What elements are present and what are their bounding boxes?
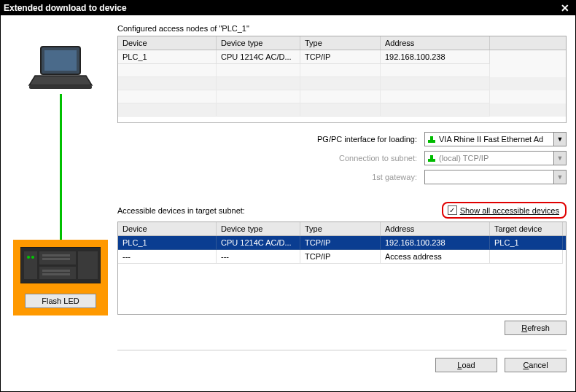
button-row: Load Cancel <box>117 350 567 372</box>
subnet-row: Connection to subnet: (local) TCP/IP ▼ <box>117 151 567 165</box>
right-column: Configured access nodes of "PLC_1" Devic… <box>112 21 567 385</box>
col-header-type: Type <box>300 36 381 50</box>
subnet-combo: (local) TCP/IP ▼ <box>424 151 567 165</box>
refresh-button[interactable]: Refresh <box>505 321 567 335</box>
table-header: Device Device type Type Address <box>118 36 566 50</box>
chevron-down-icon[interactable]: ▼ <box>553 133 566 146</box>
table-row[interactable]: PLC_1CPU 1214C AC/D...TCP/IP192.168.100.… <box>118 236 566 250</box>
titlebar: Extended download to device ✕ <box>1 1 575 15</box>
svg-rect-17 <box>430 155 433 160</box>
col-header-device: Device <box>118 222 217 235</box>
svg-rect-1 <box>44 50 77 71</box>
svg-rect-6 <box>39 267 76 279</box>
cell-type: TCP/IP <box>300 250 381 264</box>
plc-icon <box>20 247 101 283</box>
show-all-label: Show all accessible devices <box>460 206 559 215</box>
interface-value: VIA Rhine II Fast Ethernet Ad <box>439 135 553 144</box>
col-header-address: Address <box>381 36 490 50</box>
svg-rect-4 <box>24 251 37 279</box>
cell-addr: 192.168.100.238 <box>381 236 490 250</box>
col-header-target: Target device <box>490 222 563 235</box>
svg-point-13 <box>31 256 34 259</box>
laptop-icon <box>28 43 93 94</box>
cell-dtype: CPU 1214C AC/D... <box>217 236 300 250</box>
gateway-combo: ▼ <box>424 170 567 184</box>
svg-rect-2 <box>29 85 92 89</box>
device-panel: Flash LED <box>13 240 108 315</box>
cell-device: --- <box>118 250 217 264</box>
col-header-device-type: Device type <box>217 36 300 50</box>
col-header-type: Type <box>300 222 381 235</box>
highlight-box: ✓ Show all accessible devices <box>442 202 567 219</box>
network-icon <box>427 134 437 144</box>
left-column: Flash LED <box>9 21 112 385</box>
show-all-checkbox-row[interactable]: ✓ Show all accessible devices <box>448 205 559 215</box>
subnet-value: (local) TCP/IP <box>439 154 553 162</box>
gateway-row: 1st gateway: ▼ <box>117 170 567 184</box>
svg-rect-11 <box>42 273 70 275</box>
col-header-address: Address <box>381 222 490 235</box>
table-body: PLC_1 CPU 1214C AC/D... TCP/IP 192.168.1… <box>118 50 566 64</box>
cell-dtype: --- <box>217 250 300 264</box>
form-section: PG/PC interface for loading: VIA Rhine I… <box>117 132 567 184</box>
flash-led-button[interactable]: Flash LED <box>25 294 96 308</box>
interface-row: PG/PC interface for loading: VIA Rhine I… <box>117 132 567 146</box>
svg-rect-15 <box>430 136 433 141</box>
cell-address: 192.168.100.238 <box>381 50 490 64</box>
col-header-device-type: Device type <box>217 222 300 235</box>
load-button[interactable]: Load <box>435 358 497 372</box>
table-header: Device Device type Type Address Target d… <box>118 222 566 236</box>
checkbox-icon[interactable]: ✓ <box>448 205 457 215</box>
cell-type: TCP/IP <box>300 50 381 64</box>
cell-target <box>490 250 563 264</box>
cell-device: PLC_1 <box>118 50 217 64</box>
content-area: Flash LED Configured access nodes of "PL… <box>1 15 575 391</box>
accessible-row: Accessible devices in target subnet: ✓ S… <box>117 202 567 219</box>
col-header-device: Device <box>118 36 217 50</box>
interface-label: PG/PC interface for loading: <box>286 135 417 144</box>
refresh-row: Refresh <box>117 321 567 335</box>
svg-point-12 <box>27 256 30 259</box>
table-body: PLC_1CPU 1214C AC/D...TCP/IP192.168.100.… <box>118 236 566 264</box>
network-icon <box>427 153 437 163</box>
cell-target: PLC_1 <box>490 236 563 250</box>
interface-combo[interactable]: VIA Rhine II Fast Ethernet Ad ▼ <box>424 132 567 146</box>
window-title: Extended download to device <box>4 3 127 13</box>
table-row[interactable]: PLC_1 CPU 1214C AC/D... TCP/IP 192.168.1… <box>118 50 566 64</box>
svg-rect-8 <box>42 254 70 256</box>
accessible-devices-table: Device Device type Type Address Target d… <box>117 222 567 315</box>
cancel-button[interactable]: Cancel <box>505 358 567 372</box>
table-row[interactable]: ------TCP/IPAccess address <box>118 250 566 264</box>
configured-label: Configured access nodes of "PLC_1" <box>117 24 567 33</box>
chevron-down-icon: ▼ <box>553 170 566 184</box>
subnet-label: Connection to subnet: <box>286 154 417 162</box>
cell-addr: Access address <box>381 250 490 264</box>
accessible-label: Accessible devices in target subnet: <box>117 206 245 215</box>
connection-wire <box>60 94 62 240</box>
svg-rect-9 <box>42 258 70 260</box>
cell-device: PLC_1 <box>118 236 217 250</box>
svg-rect-7 <box>78 251 98 279</box>
close-icon[interactable]: ✕ <box>558 2 572 14</box>
chevron-down-icon: ▼ <box>553 152 566 165</box>
svg-rect-10 <box>42 270 70 272</box>
configured-nodes-table: Device Device type Type Address PLC_1 CP… <box>117 36 567 123</box>
gateway-label: 1st gateway: <box>286 173 417 181</box>
cell-device-type: CPU 1214C AC/D... <box>217 50 300 64</box>
cell-type: TCP/IP <box>300 236 381 250</box>
